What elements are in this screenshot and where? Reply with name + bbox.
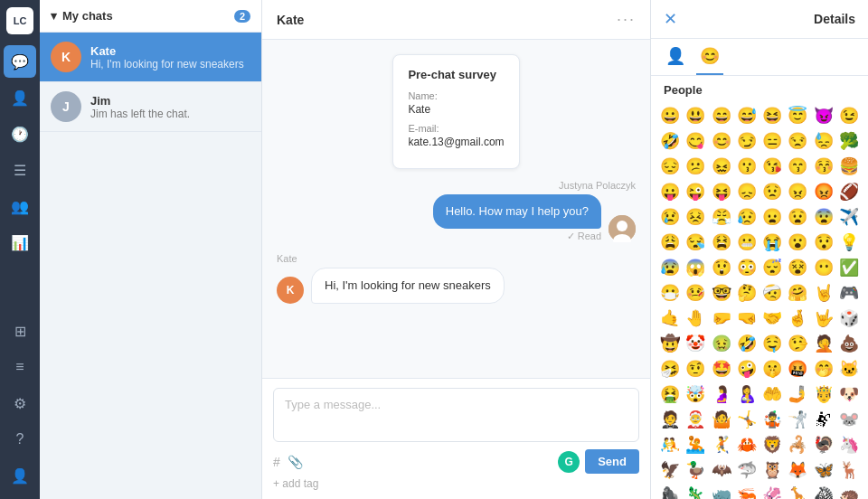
- emoji-cell[interactable]: 🦑: [760, 484, 784, 499]
- emoji-cell[interactable]: 😄: [710, 104, 733, 127]
- emoji-cell[interactable]: 🦋: [812, 458, 835, 482]
- emoji-cell[interactable]: 😟: [760, 180, 784, 203]
- details-tab-person[interactable]: 👤: [662, 39, 689, 75]
- emoji-cell[interactable]: 🤭: [812, 357, 835, 381]
- emoji-cell[interactable]: 🦁: [760, 433, 784, 457]
- emoji-cell[interactable]: 🤺: [786, 408, 809, 431]
- emoji-cell[interactable]: 🤧: [658, 357, 682, 381]
- emoji-cell[interactable]: 🦐: [735, 484, 759, 499]
- emoji-cell[interactable]: 🤮: [658, 382, 682, 406]
- emoji-cell[interactable]: 😆: [760, 104, 784, 127]
- hashtag-tool[interactable]: #: [273, 455, 280, 469]
- emoji-cell[interactable]: ✈️: [837, 205, 861, 229]
- emoji-cell[interactable]: 😇: [786, 104, 809, 127]
- emoji-cell[interactable]: 🤳: [786, 382, 809, 406]
- emoji-cell[interactable]: 🦀: [735, 433, 759, 457]
- emoji-cell[interactable]: 🤒: [684, 281, 707, 305]
- grammarly-icon[interactable]: G: [558, 451, 580, 473]
- emoji-cell[interactable]: 🦏: [710, 484, 733, 499]
- sidebar-icon-history[interactable]: 🕐: [4, 118, 36, 150]
- emoji-cell[interactable]: 🤘: [812, 281, 835, 305]
- emoji-cell[interactable]: 🦊: [786, 458, 809, 482]
- emoji-cell[interactable]: 🤻: [812, 408, 835, 431]
- emoji-cell[interactable]: 💡: [837, 231, 861, 254]
- emoji-cell[interactable]: 😦: [760, 205, 784, 229]
- emoji-cell[interactable]: 😵: [786, 256, 809, 279]
- emoji-cell[interactable]: 🤜: [735, 306, 759, 330]
- emoji-cell[interactable]: 🤯: [684, 382, 707, 406]
- emoji-cell[interactable]: 🤶: [684, 408, 707, 431]
- emoji-cell[interactable]: 🤪: [735, 357, 759, 381]
- emoji-cell[interactable]: 😔: [658, 155, 682, 178]
- emoji-cell[interactable]: 🤽: [684, 433, 707, 457]
- emoji-cell[interactable]: 🤼: [658, 433, 682, 457]
- emoji-cell[interactable]: 🤨: [684, 357, 707, 381]
- emoji-cell[interactable]: 😫: [710, 231, 733, 254]
- emoji-cell[interactable]: 🤬: [786, 357, 809, 381]
- emoji-cell[interactable]: 😅: [735, 104, 759, 127]
- emoji-cell[interactable]: 😲: [710, 256, 733, 279]
- emoji-cell[interactable]: 🦅: [658, 458, 682, 482]
- sidebar-icon-chat[interactable]: 💬: [4, 45, 36, 78]
- emoji-cell[interactable]: 😉: [837, 104, 861, 127]
- emoji-cell[interactable]: 🦌: [837, 458, 861, 482]
- emoji-cell[interactable]: 🤱: [735, 382, 759, 406]
- emoji-cell[interactable]: 🤩: [710, 357, 733, 381]
- emoji-cell[interactable]: 😳: [735, 256, 759, 279]
- sidebar-icon-team[interactable]: 👥: [4, 190, 36, 222]
- emoji-cell[interactable]: 😧: [786, 205, 809, 229]
- emoji-cell[interactable]: 🦒: [786, 484, 809, 499]
- sidebar-icon-settings[interactable]: ⚙: [4, 387, 36, 419]
- emoji-cell[interactable]: 💩: [837, 332, 861, 355]
- emoji-cell[interactable]: 😱: [684, 256, 707, 279]
- sidebar-icon-apps[interactable]: ⊞: [4, 315, 36, 347]
- emoji-cell[interactable]: 🤟: [812, 306, 835, 330]
- emoji-cell[interactable]: 🤣: [735, 332, 759, 355]
- emoji-cell[interactable]: 😈: [812, 104, 835, 127]
- emoji-cell[interactable]: 😀: [658, 104, 682, 127]
- emoji-cell[interactable]: 😮: [786, 231, 809, 254]
- emoji-cell[interactable]: 😨: [812, 205, 835, 229]
- emoji-cell[interactable]: 😗: [735, 155, 759, 178]
- emoji-cell[interactable]: 🏈: [837, 180, 861, 203]
- emoji-cell[interactable]: 😖: [710, 155, 733, 178]
- emoji-cell[interactable]: 🤾: [710, 433, 733, 457]
- sidebar-icon-reports[interactable]: 📊: [4, 226, 36, 259]
- sidebar-icon-help[interactable]: ?: [4, 423, 36, 456]
- emoji-cell[interactable]: 🤰: [710, 382, 733, 406]
- emoji-cell[interactable]: 🤹: [760, 408, 784, 431]
- emoji-cell[interactable]: 😬: [735, 231, 759, 254]
- emoji-cell[interactable]: 🐱: [837, 357, 861, 381]
- sidebar-icon-user[interactable]: 👤: [4, 459, 36, 492]
- emoji-cell[interactable]: 🐶: [837, 382, 861, 406]
- emoji-cell[interactable]: 🤢: [710, 332, 733, 355]
- chat-item-kate[interactable]: K Kate Hi, I'm looking for new sneakers: [40, 33, 261, 82]
- emoji-cell[interactable]: 🦓: [812, 484, 835, 499]
- emoji-cell[interactable]: 🤠: [658, 332, 682, 355]
- emoji-cell[interactable]: 😣: [684, 205, 707, 229]
- emoji-cell[interactable]: 🦂: [786, 433, 809, 457]
- emoji-cell[interactable]: 🦈: [735, 458, 759, 482]
- emoji-cell[interactable]: 🤵: [658, 408, 682, 431]
- emoji-cell[interactable]: 😝: [710, 180, 733, 203]
- emoji-cell[interactable]: 🐭: [837, 408, 861, 431]
- emoji-cell[interactable]: 🎮: [837, 281, 861, 305]
- emoji-cell[interactable]: 🥦: [837, 129, 861, 153]
- emoji-cell[interactable]: 🤙: [658, 306, 682, 330]
- emoji-cell[interactable]: 🤲: [760, 382, 784, 406]
- emoji-cell[interactable]: 🤚: [684, 306, 707, 330]
- emoji-cell[interactable]: 🤞: [786, 306, 809, 330]
- emoji-cell[interactable]: 🎲: [837, 306, 861, 330]
- emoji-cell[interactable]: 😘: [760, 155, 784, 178]
- emoji-cell[interactable]: 🤷: [710, 408, 733, 431]
- emoji-cell[interactable]: 😙: [786, 155, 809, 178]
- emoji-cell[interactable]: 😭: [760, 231, 784, 254]
- emoji-cell[interactable]: 😑: [760, 129, 784, 153]
- emoji-cell[interactable]: 😚: [812, 155, 835, 178]
- emoji-cell[interactable]: 🦇: [710, 458, 733, 482]
- emoji-cell[interactable]: 😛: [658, 180, 682, 203]
- emoji-cell[interactable]: 🤝: [760, 306, 784, 330]
- emoji-cell[interactable]: 🤓: [710, 281, 733, 305]
- emoji-cell[interactable]: 🤦: [812, 332, 835, 355]
- emoji-cell[interactable]: 😊: [710, 129, 733, 153]
